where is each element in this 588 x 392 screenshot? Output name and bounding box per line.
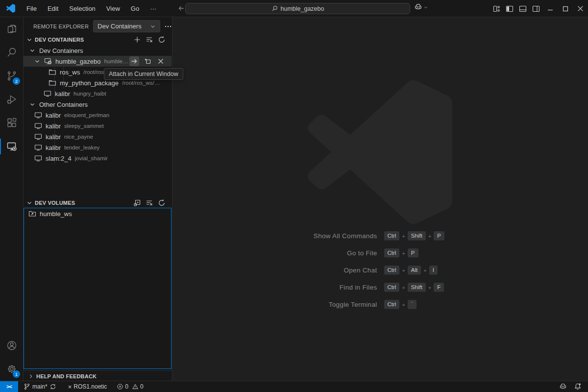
dev-volume-icon [28, 210, 36, 218]
problems-status-item[interactable]: 0 0 [113, 381, 147, 392]
git-branch-icon [24, 383, 30, 390]
toggle-primary-sidebar-icon[interactable] [503, 2, 516, 15]
settings-gear-icon[interactable]: 1 [0, 357, 23, 381]
sync-icon [49, 383, 56, 390]
clone-volume-icon[interactable] [133, 199, 141, 207]
command-center-search[interactable]: humble_gazebo [185, 3, 410, 14]
warning-count: 0 [140, 383, 144, 390]
chevron-down-icon [423, 5, 428, 10]
copilot-status-icon[interactable] [556, 383, 570, 391]
activity-bar: 2 1 [0, 17, 24, 381]
tree-item-kalibr-3[interactable]: kalibr nice_payne [24, 131, 172, 142]
tree-item-label: slam:2_4 [46, 155, 72, 162]
menu-selection[interactable]: Selection [65, 3, 99, 14]
status-bar: >< main* × ROS1.noetic 0 0 [0, 381, 588, 392]
key-chip: Ctrl [384, 300, 400, 309]
window-maximize-button[interactable] [558, 0, 573, 17]
refresh-icon[interactable] [158, 36, 166, 44]
key-chip: I [429, 266, 438, 275]
tree-group-other-containers[interactable]: Other Containers [24, 99, 172, 110]
tree-item-label: Other Containers [39, 101, 88, 108]
toggle-secondary-sidebar-icon[interactable] [529, 2, 542, 15]
folder-icon [49, 68, 56, 76]
tree-item-kalibr-attached[interactable]: kalibr hungry_haibt [24, 88, 172, 99]
command-center-text: humble_gazebo [281, 5, 324, 12]
attach-current-window-icon[interactable] [129, 56, 139, 66]
menu-overflow[interactable]: ··· [146, 3, 161, 14]
clear-filter-icon[interactable] [146, 36, 153, 44]
ros-status-item[interactable]: × ROS1.noetic [65, 381, 111, 392]
search-view-icon[interactable] [0, 41, 23, 64]
watermark-shortcuts: Show All Commands Ctrl+ Shift+ P Go to F… [173, 227, 588, 313]
tooltip-attach-current-window: Attach in Current Window [104, 68, 183, 80]
menu-view[interactable]: View [102, 3, 124, 14]
window-minimize-button[interactable] [542, 0, 558, 17]
window-close-button[interactable] [573, 0, 588, 17]
folder-icon [49, 79, 56, 87]
volume-item-humble-ws[interactable]: humble_ws [24, 208, 171, 219]
tree-group-dev-containers[interactable]: Dev Containers [24, 45, 172, 56]
chevron-right-icon [27, 373, 34, 380]
tree-item-kalibr-2[interactable]: kalibr sleepy_sammet [24, 121, 172, 131]
vscode-watermark-logo [308, 80, 452, 224]
extensions-icon[interactable] [0, 111, 23, 135]
chevron-down-icon [25, 199, 33, 207]
shortcut-label: Find in Files [255, 284, 377, 291]
key-chip: ` [408, 300, 416, 309]
explorer-icon[interactable] [0, 17, 23, 41]
warning-icon [132, 383, 139, 390]
shortcut-label: Toggle Terminal [255, 301, 377, 308]
tree-item-desc: jovial_shamir [75, 155, 108, 161]
new-container-icon[interactable] [133, 36, 141, 44]
shortcut-label: Open Chat [255, 267, 377, 274]
provider-dropdown-value: Dev Containers [98, 23, 142, 30]
key-chip: Shift [408, 283, 426, 292]
copilot-icon [414, 3, 422, 11]
tree-item-label: kalibr [46, 112, 61, 119]
tree-item-kalibr-1[interactable]: kalibr eloquent_perlman [24, 110, 172, 121]
tree-item-humble-gazebo[interactable]: humble_gazebo humble_ws [24, 56, 172, 67]
source-control-icon[interactable]: 2 [0, 64, 23, 88]
menu-edit[interactable]: Edit [43, 3, 63, 14]
vscode-logo-icon [6, 4, 15, 13]
refresh-icon[interactable] [158, 199, 166, 207]
menu-file[interactable]: File [22, 3, 41, 14]
remote-indicator[interactable]: >< [0, 381, 18, 392]
tree-item-desc: sleepy_sammet [64, 123, 104, 129]
shortcut-label: Go to File [255, 249, 377, 257]
clear-filter-icon[interactable] [146, 199, 153, 207]
tree-item-desc: hungry_haibt [74, 91, 106, 97]
key-chip: Shift [408, 231, 426, 241]
key-chip: Ctrl [384, 231, 400, 241]
customize-layout-icon[interactable] [490, 2, 503, 15]
tree-item-desc: nice_payne [64, 134, 93, 140]
stop-container-icon[interactable] [156, 56, 166, 66]
key-chip: P [408, 248, 418, 258]
menu-go[interactable]: Go [126, 3, 144, 14]
more-actions-icon[interactable] [164, 23, 172, 30]
tree-item-slam[interactable]: slam:2_4 jovial_shamir [24, 153, 172, 164]
tree-item-label: kalibr [46, 144, 61, 151]
attach-new-window-icon[interactable] [143, 56, 152, 66]
navigate-back-icon[interactable] [177, 4, 185, 12]
chevron-down-icon [33, 57, 41, 65]
container-vm-icon [34, 111, 42, 119]
tree-item-kalibr-4[interactable]: kalibr tender_leakey [24, 142, 172, 153]
key-chip: F [434, 283, 444, 292]
tree-item-label: my_python_package [60, 79, 119, 87]
notifications-bell-icon[interactable] [570, 383, 585, 391]
accounts-icon[interactable] [0, 334, 23, 357]
key-chip: Ctrl [384, 266, 400, 275]
run-debug-icon[interactable] [0, 88, 23, 111]
remote-explorer-icon[interactable] [0, 135, 23, 158]
copilot-menu-button[interactable] [414, 3, 428, 11]
branch-status-item[interactable]: main* [20, 381, 60, 392]
remote-provider-dropdown[interactable]: Dev Containers [93, 20, 160, 32]
section-dev-volumes[interactable]: DEV VOLUMES [24, 198, 172, 208]
tree-item-desc: /root/ros_ws/s... [122, 80, 160, 86]
toggle-panel-icon[interactable] [516, 2, 529, 15]
key-chip: Ctrl [384, 283, 400, 292]
section-help-feedback[interactable]: HELP AND FEEDBACK [24, 370, 172, 381]
chevron-down-icon [28, 47, 36, 54]
section-dev-containers[interactable]: DEV CONTAINERS [24, 34, 172, 45]
